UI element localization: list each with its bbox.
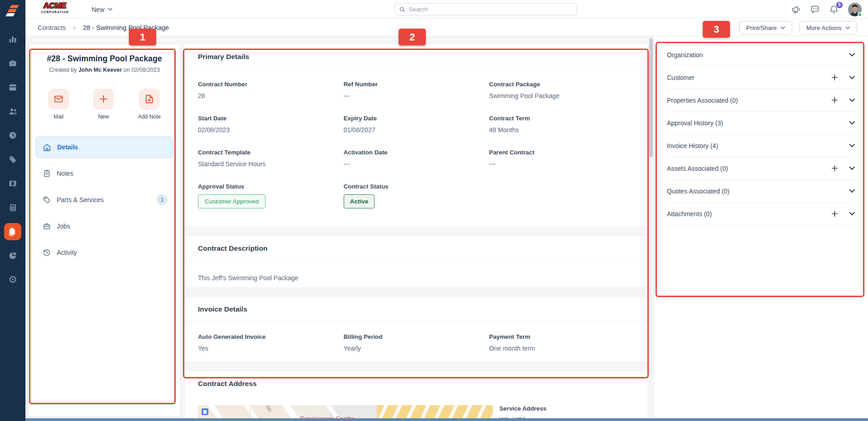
parts-services-icon[interactable] bbox=[4, 151, 21, 168]
timesheets-icon[interactable] bbox=[4, 127, 21, 144]
primary-details-section: Primary Details Contract Number 28 Ref N… bbox=[185, 44, 647, 227]
accordion-quotes-associated[interactable]: Quotes Associated (0) bbox=[667, 180, 855, 203]
approval-status-badge: Customer Approved bbox=[198, 194, 266, 208]
chevron-down-icon[interactable] bbox=[849, 121, 855, 125]
service-territory-icon[interactable] bbox=[4, 175, 21, 192]
field-activation-date: Activation Date --- bbox=[344, 149, 489, 168]
jobs-icon[interactable] bbox=[4, 54, 21, 72]
new-dropdown[interactable]: New bbox=[92, 0, 113, 19]
accordion-invoice-history[interactable]: Invoice History (4) bbox=[667, 134, 855, 157]
transit-stop-icon bbox=[202, 408, 208, 415]
more-actions-label: More Actions bbox=[806, 25, 842, 31]
tab-notes[interactable]: Notes bbox=[35, 163, 173, 184]
dispatch-board-icon[interactable] bbox=[4, 79, 21, 96]
invoice-details-section: Invoice Details Auto Generated Invoice Y… bbox=[185, 296, 647, 362]
print-share-button[interactable]: Print/Share bbox=[739, 21, 792, 35]
add-icon[interactable] bbox=[831, 74, 838, 81]
add-icon[interactable] bbox=[831, 165, 838, 172]
notifications-bell-icon[interactable]: 5 bbox=[829, 5, 839, 15]
add-icon[interactable] bbox=[831, 210, 838, 217]
zuper-logo bbox=[6, 4, 20, 18]
chevron-down-icon[interactable] bbox=[849, 189, 855, 193]
acme-logo-text: ACME bbox=[37, 1, 73, 10]
chevron-down-icon bbox=[845, 26, 850, 30]
tag-icon bbox=[43, 196, 51, 204]
breadcrumb-chevron-icon: › bbox=[73, 24, 76, 31]
contract-title: #28 - Swimming Pool Package bbox=[35, 54, 174, 64]
accordion-attachments[interactable]: Attachments (0) bbox=[667, 203, 855, 225]
user-avatar[interactable] bbox=[848, 3, 862, 16]
customers-icon[interactable] bbox=[4, 103, 21, 120]
global-search bbox=[395, 3, 577, 15]
accordion-assets-associated[interactable]: Assets Associated (0) bbox=[667, 157, 855, 180]
print-share-label: Print/Share bbox=[746, 25, 777, 31]
breadcrumb-bar: Contracts › 28 - Swimming Pool Package P… bbox=[25, 19, 868, 36]
tab-activity[interactable]: Activity bbox=[35, 242, 173, 263]
tab-parts-services-label: Parts & Services bbox=[57, 196, 104, 203]
field-contract-package: Contract Package Swimming Pool Package bbox=[489, 81, 635, 99]
new-dropdown-label: New bbox=[92, 6, 104, 13]
announcements-icon[interactable] bbox=[791, 5, 801, 15]
history-clock-icon bbox=[43, 248, 51, 257]
search-input[interactable] bbox=[409, 6, 572, 13]
add-note-action-label: Add Note bbox=[138, 114, 161, 120]
acme-logo: ACME CORPORATION bbox=[37, 1, 73, 14]
online-status-dot bbox=[858, 12, 862, 17]
tab-notes-label: Notes bbox=[57, 170, 74, 177]
service-address-label: Service Address bbox=[499, 405, 547, 412]
contract-summary-panel: #28 - Swimming Pool Package Created by J… bbox=[28, 44, 181, 417]
contract-description-title: Contract Description bbox=[185, 236, 647, 261]
app-window: ⚙ ACME CORPORATION New 5 bbox=[0, 0, 868, 421]
contract-status-badge: Active bbox=[344, 194, 375, 208]
breadcrumb-current-page: 28 - Swimming Pool Package bbox=[83, 24, 169, 31]
reports-icon[interactable] bbox=[4, 247, 21, 264]
add-note-action-button[interactable]: Add Note bbox=[138, 89, 161, 120]
chevron-down-icon[interactable] bbox=[849, 212, 855, 216]
add-icon[interactable] bbox=[831, 97, 838, 104]
contracts-icon[interactable] bbox=[4, 223, 21, 240]
field-billing-period: Billing Period Yearly bbox=[344, 333, 489, 352]
home-icon bbox=[43, 143, 51, 152]
accordion-approval-history[interactable]: Approval History (3) bbox=[667, 112, 855, 134]
invoice-details-title: Invoice Details bbox=[185, 297, 647, 322]
new-action-button[interactable]: New bbox=[93, 89, 114, 120]
tab-details[interactable]: Details bbox=[35, 136, 173, 158]
new-action-label: New bbox=[98, 114, 109, 120]
accordion-customer[interactable]: Customer bbox=[667, 66, 855, 89]
field-parent-contract: Parent Contract --- bbox=[489, 149, 635, 168]
horizontal-scrollbar[interactable] bbox=[23, 418, 868, 421]
main-scrollbar-thumb[interactable] bbox=[649, 38, 653, 157]
accordion-organization[interactable]: Organization bbox=[667, 44, 855, 66]
field-contract-status: Contract Status Active bbox=[344, 183, 489, 208]
tab-details-label: Details bbox=[57, 144, 78, 151]
contract-address-title: Contract Address bbox=[185, 371, 647, 396]
associations-panel: Organization Customer Properties Associa… bbox=[654, 36, 868, 417]
chevron-down-icon[interactable] bbox=[849, 166, 855, 170]
breadcrumb-contracts-link[interactable]: Contracts bbox=[38, 24, 66, 31]
field-contract-term: Contract Term 48 Months bbox=[489, 115, 635, 134]
search-icon bbox=[399, 6, 405, 13]
briefcase-icon bbox=[43, 222, 51, 230]
primary-details-title: Primary Details bbox=[185, 44, 647, 69]
created-date: on 02/08/2023 bbox=[123, 67, 160, 73]
dashboard-icon[interactable] bbox=[4, 30, 21, 48]
chevron-down-icon[interactable] bbox=[849, 98, 855, 102]
breadcrumb: Contracts › 28 - Swimming Pool Package bbox=[38, 19, 169, 36]
chevron-down-icon[interactable] bbox=[849, 144, 855, 148]
chat-icon[interactable] bbox=[810, 5, 820, 15]
field-contract-number: Contract Number 28 bbox=[198, 81, 344, 99]
field-ref-number: Ref Number --- bbox=[344, 81, 489, 99]
chevron-down-icon bbox=[108, 8, 113, 11]
more-actions-button[interactable]: More Actions bbox=[799, 21, 857, 35]
invoices-icon[interactable] bbox=[4, 199, 21, 216]
chevron-down-icon[interactable] bbox=[849, 75, 855, 79]
tab-jobs[interactable]: Jobs bbox=[35, 215, 173, 237]
accordion-properties-associated[interactable]: Properties Associated (0) bbox=[667, 89, 855, 112]
acme-logo-subtext: CORPORATION bbox=[37, 10, 73, 14]
settings-icon[interactable]: ⚙ bbox=[4, 271, 21, 288]
mail-action-button[interactable]: Mail bbox=[48, 89, 69, 120]
created-prefix: Created by bbox=[49, 67, 77, 73]
tab-parts-services[interactable]: Parts & Services 1 bbox=[35, 189, 173, 211]
chevron-down-icon[interactable] bbox=[849, 53, 855, 57]
field-auto-generated-invoice: Auto Generated Invoice Yes bbox=[198, 333, 344, 352]
